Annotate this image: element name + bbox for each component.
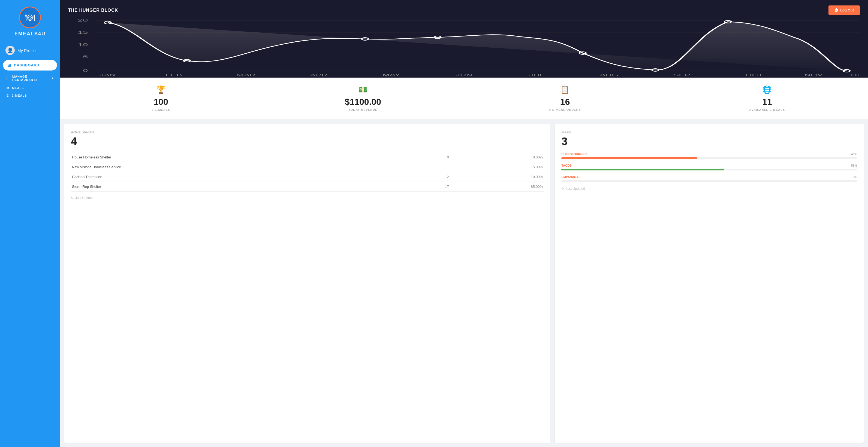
dashboard-label: DASHBOARD	[14, 63, 39, 67]
meals-panel: Meals 3 CHEESEBURGER 46% TACOS 55%	[555, 124, 864, 443]
cheeseburger-track	[561, 157, 857, 159]
meals-footer: ↻ Just Updated	[561, 187, 857, 191]
meals-prefix: M	[6, 86, 9, 90]
shelter-orders: 1	[409, 162, 450, 172]
manage-restaurants-label: MANAGE RESTAURANTS	[12, 75, 48, 81]
e-meals-prefix: E	[6, 94, 9, 97]
shelters-count: 4	[71, 135, 544, 147]
sidebar: 🍽 EMEALS4U 👤 My Profile ⊞ DASHBOARD 🍴 MA…	[0, 0, 60, 447]
line-chart: 20 15 10 5 0	[68, 18, 860, 77]
sidebar-item-meals[interactable]: M MEALS	[0, 84, 60, 92]
shelters-footer-text: Just Updated	[75, 196, 95, 200]
shelters-footer: ↻ Just Updated	[71, 196, 544, 200]
profile-label: My Profile	[18, 48, 36, 53]
stats-row: 🏆 100 # E-MEALS 💵 $1100.00 TODAY REVENUE…	[60, 77, 868, 119]
meals-count: 3	[561, 135, 857, 147]
svg-text:DEC: DEC	[851, 73, 860, 77]
stat-card-orders: 📋 16 # E-MEAL ORDERS	[464, 77, 666, 119]
table-row: Garland Thompson 2 10.00%	[71, 172, 544, 182]
sidebar-item-dashboard[interactable]: ⊞ DASHBOARD	[3, 60, 57, 70]
logout-button[interactable]: ⏻ Log Out	[829, 5, 860, 15]
meals-footer-text: Just Updated	[566, 187, 585, 191]
shelter-percent: 85.00%	[450, 182, 544, 192]
shelters-subtitle: Active Shelters	[71, 130, 544, 134]
revenue-label: TODAY REVENUE	[348, 108, 377, 111]
brand-name: EMEALS4U	[14, 31, 45, 37]
svg-text:JUN: JUN	[456, 73, 472, 77]
shelter-percent: 0.00%	[450, 152, 544, 162]
meal-item-cheeseburger: CHEESEBURGER 46%	[561, 152, 857, 159]
chart-section: THE HUNGER BLOCK ⏻ Log Out 20 15 10 5 0	[60, 0, 868, 77]
money-icon: 💵	[358, 85, 368, 94]
empanadas-percent: 0%	[853, 175, 857, 179]
stat-card-revenue: 💵 $1100.00 TODAY REVENUE	[262, 77, 464, 119]
svg-text:15: 15	[78, 31, 88, 35]
sidebar-item-manage-restaurants[interactable]: 🍴 MANAGE RESTAURANTS ▲	[0, 72, 60, 84]
shelters-table: House Homeless Shelter 0 0.00% New Visio…	[71, 152, 544, 192]
e-meals-label: # E-MEALS	[152, 108, 170, 111]
available-label: AVAILABLE E-MEALS	[749, 108, 785, 111]
empanadas-label: EMPANADAS	[561, 175, 580, 179]
tacos-fill	[561, 169, 724, 170]
stat-card-available: 🌐 11 AVAILABLE E-MEALS	[666, 77, 868, 119]
chart-title: THE HUNGER BLOCK	[68, 8, 118, 13]
e-meals-label: E-MEALS	[11, 94, 27, 97]
svg-text:5: 5	[83, 55, 88, 59]
svg-text:AUG: AUG	[600, 73, 618, 77]
avatar: 👤	[5, 46, 15, 55]
tacos-label: TACOS	[561, 164, 572, 167]
expand-arrow-icon: ▲	[51, 76, 55, 80]
svg-text:JAN: JAN	[99, 73, 116, 77]
meals-label: MEALS	[12, 86, 24, 90]
sidebar-item-e-meals[interactable]: E E-MEALS	[0, 92, 60, 99]
stat-card-e-meals: 🏆 100 # E-MEALS	[60, 77, 262, 119]
shelters-panel: Active Shelters 4 House Homeless Shelter…	[64, 124, 550, 443]
cheeseburger-percent: 46%	[851, 152, 857, 156]
svg-text:APR: APR	[310, 73, 328, 77]
svg-text:MAR: MAR	[237, 73, 256, 77]
orders-icon: 📋	[560, 85, 570, 94]
meals-refresh-icon: ↻	[561, 187, 564, 191]
brand-divider	[6, 42, 54, 42]
available-value: 11	[762, 97, 772, 107]
svg-text:MAY: MAY	[382, 73, 400, 77]
chart-container: 20 15 10 5 0	[68, 18, 860, 77]
logo-icon: 🍽	[25, 12, 35, 23]
trophy-icon: 🏆	[156, 85, 166, 94]
shelter-orders: 2	[409, 172, 450, 182]
empanadas-track	[561, 180, 857, 182]
table-row: Storm Rep Shelter 17 85.00%	[71, 182, 544, 192]
meal-item-tacos: TACOS 55%	[561, 164, 857, 170]
tacos-percent: 55%	[851, 164, 857, 167]
svg-text:20: 20	[78, 18, 88, 22]
shelter-orders: 0	[409, 152, 450, 162]
dashboard-icon: ⊞	[7, 63, 11, 68]
e-meals-value: 100	[153, 97, 168, 107]
orders-value: 16	[560, 97, 570, 107]
shelter-name: House Homeless Shelter	[71, 152, 409, 162]
logo-circle: 🍽	[19, 6, 41, 28]
shelter-orders: 17	[409, 182, 450, 192]
shelter-percent: 5.00%	[450, 162, 544, 172]
meal-item-empanadas: EMPANADAS 0%	[561, 175, 857, 182]
shelter-name: Garland Thompson	[71, 172, 409, 182]
table-row: House Homeless Shelter 0 0.00%	[71, 152, 544, 162]
profile-row[interactable]: 👤 My Profile	[0, 46, 60, 55]
revenue-value: $1100.00	[345, 97, 381, 107]
logout-label: Log Out	[840, 8, 854, 12]
orders-label: # E-MEAL ORDERS	[549, 108, 581, 111]
shelter-name: New Visions Homeless Service	[71, 162, 409, 172]
svg-text:10: 10	[78, 43, 88, 47]
svg-text:OCT: OCT	[745, 73, 764, 77]
table-row: New Visions Homeless Service 1 5.00%	[71, 162, 544, 172]
meals-subtitle: Meals	[561, 130, 857, 134]
bottom-panels: Active Shelters 4 House Homeless Shelter…	[60, 119, 868, 447]
svg-text:0: 0	[83, 69, 88, 73]
shelter-percent: 10.00%	[450, 172, 544, 182]
manage-restaurants-icon: 🍴	[5, 76, 9, 80]
available-icon: 🌐	[762, 85, 772, 94]
main-content: THE HUNGER BLOCK ⏻ Log Out 20 15 10 5 0	[60, 0, 868, 447]
cheeseburger-label: CHEESEBURGER	[561, 152, 587, 156]
shelter-name: Storm Rep Shelter	[71, 182, 409, 192]
svg-text:JUL: JUL	[529, 73, 544, 77]
